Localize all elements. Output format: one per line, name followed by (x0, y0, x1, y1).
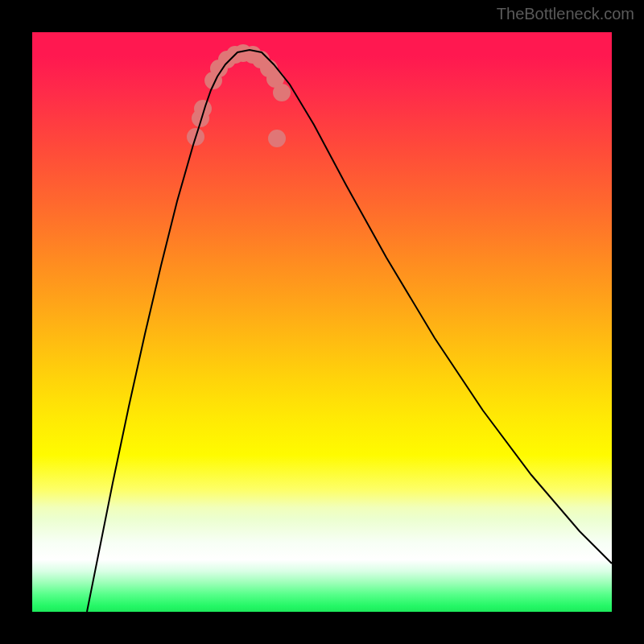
watermark-text: TheBottleneck.com (497, 5, 634, 23)
plot-area (32, 32, 612, 612)
chart-svg (32, 32, 612, 612)
marker-group (187, 44, 291, 147)
data-marker (273, 84, 291, 101)
bottleneck-curve (87, 50, 612, 612)
data-marker (268, 130, 286, 147)
